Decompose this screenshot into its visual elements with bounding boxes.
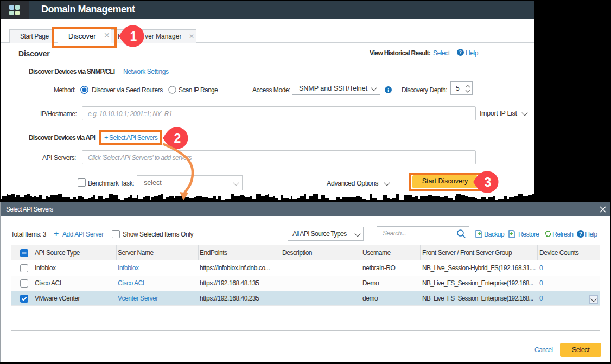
svg-text:?: ? (579, 231, 583, 237)
